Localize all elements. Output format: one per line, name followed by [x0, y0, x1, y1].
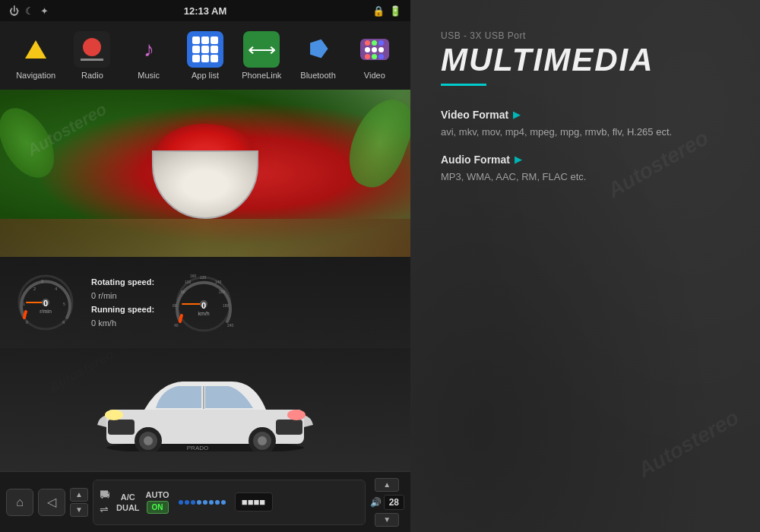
svg-text:40: 40 — [174, 323, 179, 328]
home-button[interactable]: ⌂ — [6, 489, 33, 516]
svg-text:160: 160 — [190, 274, 197, 278]
audio-format-title: Audio Format ▶ — [441, 154, 730, 166]
svg-rect-30 — [108, 420, 135, 435]
video-format-block: Video Format ▶ avi, mkv, mov, mp4, mpeg,… — [441, 109, 730, 140]
temp-dot-6 — [209, 500, 214, 505]
temp-indicator — [179, 500, 226, 505]
svg-text:60: 60 — [173, 303, 177, 308]
svg-text:4: 4 — [55, 287, 58, 291]
nav-item-bluetooth[interactable]: ⭓ Bluetooth — [292, 31, 345, 80]
dual-label: DUAL — [116, 503, 140, 512]
nav-label-bluetooth: Bluetooth — [300, 71, 335, 80]
svg-text:100: 100 — [185, 280, 192, 284]
ac-heat-icon[interactable]: ⇌ — [100, 503, 110, 515]
svg-text:120: 120 — [200, 275, 207, 280]
volume-up-button[interactable]: ▲ — [375, 478, 399, 492]
svg-text:km/h: km/h — [198, 311, 210, 316]
audio-format-desc: MP3, WMA, AAC, RM, FLAC etc. — [441, 169, 730, 185]
status-bar: ⏻ ☾ ✦ 12:13 AM 🔒 🔋 — [0, 0, 410, 21]
speed-info: Rotating speed: 0 r/min Running speed: 0… — [91, 277, 154, 328]
svg-text:200: 200 — [219, 290, 226, 294]
video-format-title: Video Format ▶ — [441, 109, 730, 121]
bottom-controls: ⌂ ◁ ▲ ▼ ⛟ ⇌ A/C DUAL AUTO — [0, 471, 410, 532]
temp-dot-1 — [179, 500, 183, 505]
speed-gauge-svg: km/h 0 40 240 80 200 60 120 180 100 140 … — [169, 272, 238, 333]
watermark-right-2: Autostereo — [634, 405, 743, 483]
nav-icon-applist — [187, 31, 223, 68]
speed-gauge: km/h 0 40 240 80 200 60 120 180 100 140 … — [169, 272, 238, 333]
svg-text:3: 3 — [41, 279, 43, 283]
nav-icon-navigation — [17, 31, 54, 68]
svg-text:5: 5 — [63, 302, 65, 306]
phonelink-icon: ⟷ — [248, 38, 276, 62]
temp-dot-2 — [185, 500, 189, 505]
ac-icons-column: ⛟ ⇌ — [100, 489, 110, 515]
usb-label: USB - 3X USB Port — [441, 30, 730, 41]
audio-format-heading: Audio Format — [441, 154, 510, 166]
multimedia-title: MULTIMEDIA — [441, 44, 730, 76]
rpm-gauge: r/min 0 0 6 2 4 1 3 5 — [15, 272, 76, 333]
audio-format-block: Audio Format ▶ MP3, WMA, AAC, RM, FLAC e… — [441, 154, 730, 185]
volume-icon: 🔊 — [370, 497, 382, 508]
bluetooth-icon: ⭓ — [309, 37, 328, 62]
radio-icon — [81, 38, 103, 61]
scroll-up-button[interactable]: ▲ — [70, 488, 88, 502]
down-arrow-icon: ▼ — [75, 505, 83, 514]
svg-text:0: 0 — [201, 301, 206, 310]
gauge-container: r/min 0 0 6 2 4 1 3 5 Rotatin — [15, 272, 395, 333]
nav-item-radio[interactable]: Radio — [65, 31, 119, 80]
back-icon: ◁ — [47, 495, 56, 509]
nav-item-navigation[interactable]: Navigation — [9, 31, 62, 80]
lock-icon: 🔒 — [372, 5, 385, 17]
scroll-down-button[interactable]: ▼ — [70, 503, 88, 517]
svg-point-31 — [105, 410, 123, 420]
svg-text:180: 180 — [223, 303, 230, 308]
ac-label: A/C — [121, 492, 135, 502]
volume-section: ▲ 🔊 28 ▼ — [370, 478, 404, 527]
rotating-speed-label: Rotating speed: — [91, 277, 154, 287]
car-screen-panel: ⏻ ☾ ✦ 12:13 AM 🔒 🔋 Navigation R — [0, 0, 410, 532]
car-svg: PRADO — [91, 368, 319, 451]
battery-icon: 🔋 — [389, 5, 401, 17]
video-format-heading: Video Format — [441, 109, 508, 121]
volume-down-button[interactable]: ▼ — [375, 513, 399, 527]
running-speed-value: 0 km/h — [91, 318, 154, 328]
nav-item-phonelink[interactable]: ⟷ PhoneLink — [235, 31, 288, 80]
car-display-area: Autostereo — [0, 348, 410, 471]
brightness-icon: ✦ — [40, 5, 49, 17]
svg-text:140: 140 — [215, 280, 222, 284]
temp-dot-5 — [203, 500, 207, 505]
running-speed-label: Running speed: — [91, 305, 154, 314]
applist-grid-icon — [192, 36, 218, 62]
moon-icon: ☾ — [25, 5, 34, 17]
bowl-visual — [144, 120, 266, 226]
video-display-area: Autostereo — [0, 90, 410, 257]
svg-text:80: 80 — [181, 290, 185, 294]
temp-dot-8 — [221, 500, 226, 505]
svg-text:1: 1 — [23, 302, 25, 306]
power-icon: ⏻ — [9, 5, 19, 17]
svg-point-36 — [144, 436, 153, 445]
up-arrow-icon: ▲ — [75, 490, 83, 499]
video-icon — [360, 39, 389, 60]
ac-fan-icon[interactable]: ⛟ — [100, 489, 110, 501]
main-content: Autostereo r/min 0 0 6 — [0, 90, 410, 471]
gauges-area: r/min 0 0 6 2 4 1 3 5 Rotatin — [0, 257, 410, 348]
nav-item-video[interactable]: Video — [348, 31, 401, 80]
audio-arrow-icon: ▶ — [515, 154, 521, 165]
nav-label-radio: Radio — [81, 71, 103, 80]
nav-item-music[interactable]: ♪ Music — [122, 31, 176, 80]
nav-item-applist[interactable]: App list — [179, 31, 232, 80]
volume-value: 28 — [384, 495, 404, 510]
svg-point-39 — [258, 436, 267, 445]
back-button[interactable]: ◁ — [38, 489, 65, 516]
temp-dot-4 — [197, 500, 201, 505]
ac-on-button[interactable]: ON — [147, 501, 169, 514]
nav-label-video: Video — [364, 71, 385, 80]
home-icon: ⌂ — [16, 496, 24, 509]
status-icons-right: 🔒 🔋 — [372, 5, 401, 17]
music-note-icon: ♪ — [144, 37, 154, 62]
svg-text:240: 240 — [227, 323, 234, 328]
title-underline — [441, 84, 486, 86]
nav-label-applist: App list — [192, 71, 219, 80]
